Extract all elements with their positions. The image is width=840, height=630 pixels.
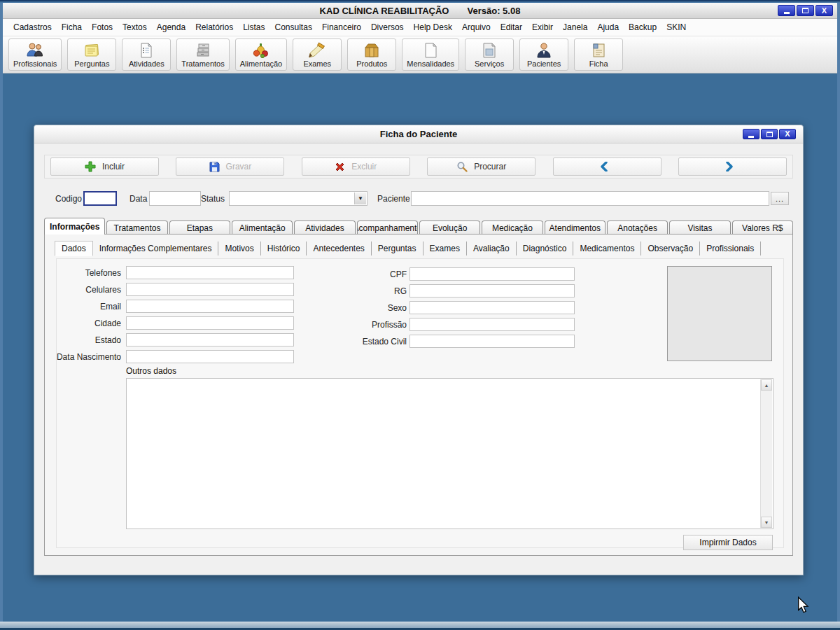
toolbar-button-produtos[interactable]: Produtos (347, 38, 396, 71)
sub-tab[interactable]: Profissionais (700, 241, 761, 255)
close-button[interactable]: X (816, 5, 833, 16)
estado-civil-field: Estado Civil (351, 335, 575, 349)
window-border-left (0, 3, 3, 622)
sub-tab[interactable]: Medicamentos (573, 241, 641, 255)
outros-dados-textarea[interactable]: ▲ ▼ (126, 378, 774, 529)
toolbar-button-tratamentos[interactable]: Tratamentos (176, 38, 229, 71)
rg-input[interactable] (410, 284, 575, 298)
paciente-browse-button[interactable]: ... (771, 192, 789, 205)
paciente-input[interactable] (411, 191, 769, 206)
menu-item[interactable]: Textos (118, 20, 152, 34)
scroll-down-icon[interactable]: ▼ (761, 517, 772, 528)
toolbar-button-mensalidades[interactable]: Mensalidades (402, 38, 459, 71)
codigo-label: Codigo (55, 194, 82, 204)
menu-item[interactable]: Ficha (57, 20, 87, 34)
main-tab[interactable]: Medicação (482, 220, 542, 234)
menu-item[interactable]: Editar (496, 20, 527, 34)
maximize-button[interactable] (797, 5, 814, 16)
main-tab[interactable]: Informações (44, 218, 105, 234)
minimize-button[interactable] (778, 5, 795, 16)
sexo-input[interactable] (410, 301, 575, 314)
cidade-input[interactable] (126, 316, 294, 330)
action-button-panel: Incluir Gravar Excluir Procurar (44, 155, 793, 178)
toolbar-button-exames[interactable]: Exames (293, 38, 342, 71)
paper-icon (423, 42, 438, 59)
dialog-close-button[interactable]: X (779, 129, 796, 139)
toolbar-button-alimentacao[interactable]: Alimentação (235, 38, 288, 71)
sub-tab[interactable]: Observação (641, 241, 700, 255)
main-tab[interactable]: Evolução (419, 220, 480, 234)
sub-tab[interactable]: Informações Complementares (93, 241, 219, 255)
dialog-title: Ficha do Paciente (380, 129, 458, 139)
main-tab[interactable]: Tratamentos (106, 220, 167, 234)
estado-label: Estado (95, 335, 121, 345)
menu-item[interactable]: Listas (238, 20, 270, 34)
data-input[interactable] (149, 191, 201, 206)
menu-item[interactable]: Ajuda (592, 20, 624, 34)
menu-item[interactable]: Cadastros (8, 20, 57, 34)
procurar-button[interactable]: Procurar (427, 158, 536, 176)
toolbar-button-profissionais[interactable]: Profissionais (8, 38, 62, 71)
data-nascimento-input[interactable] (126, 350, 294, 363)
next-record-button[interactable] (678, 158, 787, 176)
main-tab[interactable]: Anotações (607, 220, 668, 234)
main-tab[interactable]: Acompanhamento (357, 220, 418, 234)
profissao-input[interactable] (410, 318, 575, 331)
sub-tab[interactable]: Antecedentes (307, 241, 371, 255)
data-nascimento-field: Data Nascimento (57, 350, 295, 364)
rg-label: RG (394, 286, 407, 296)
toolbar-button-label: Serviços (475, 59, 504, 68)
sub-tab[interactable]: Avaliação (467, 241, 517, 255)
codigo-input[interactable] (83, 191, 117, 206)
email-input[interactable] (126, 300, 294, 313)
imprimir-dados-button[interactable]: Impirmir Dados (683, 535, 773, 550)
status-select[interactable]: ▼ (229, 191, 368, 206)
sub-tab[interactable]: Histórico (261, 241, 307, 255)
sub-tab[interactable]: Motivos (218, 241, 260, 255)
estado-civil-input[interactable] (410, 335, 575, 348)
chevron-right-icon (724, 162, 734, 172)
main-tab[interactable]: Valores R$ (732, 220, 793, 234)
main-tab[interactable]: Atividades (294, 220, 355, 234)
sub-tab[interactable]: Exames (424, 241, 467, 255)
main-tab[interactable]: Visitas (669, 220, 730, 234)
incluir-label: Incluir (102, 162, 125, 172)
menu-item[interactable]: Help Desk (409, 20, 457, 34)
menu-item[interactable]: Diversos (366, 20, 409, 34)
sub-tab[interactable]: Diagnóstico (517, 241, 574, 255)
menu-item[interactable]: Financeiro (317, 20, 366, 34)
toolbar-button-ficha[interactable]: Ficha (574, 38, 623, 71)
celulares-input[interactable] (126, 283, 294, 296)
menu-item[interactable]: Consultas (270, 20, 317, 34)
sub-tab[interactable]: Perguntas (372, 241, 424, 255)
menu-item[interactable]: Janela (558, 20, 592, 34)
menu-item[interactable]: Exibir (527, 20, 558, 34)
cpf-input[interactable] (410, 267, 575, 281)
menu-item[interactable]: Backup (624, 20, 662, 34)
dialog-maximize-button[interactable] (761, 129, 778, 139)
toolbar-button-pacientes[interactable]: Pacientes (519, 38, 568, 71)
main-tab[interactable]: Etapas (169, 220, 230, 234)
estado-input[interactable] (126, 333, 294, 346)
dialog-minimize-button[interactable] (743, 129, 760, 139)
gravar-button[interactable]: Gravar (176, 158, 284, 176)
toolbar-button-servicos[interactable]: Serviços (465, 38, 514, 71)
menu-item[interactable]: Arquivo (457, 20, 496, 34)
chevron-down-icon[interactable]: ▼ (354, 192, 366, 204)
menu-item[interactable]: Fotos (87, 20, 118, 34)
excluir-button[interactable]: Excluir (302, 158, 410, 176)
scroll-up-icon[interactable]: ▲ (761, 379, 772, 391)
menu-item[interactable]: SKIN (662, 20, 691, 34)
sub-tab[interactable]: Dados (55, 241, 93, 256)
menu-item[interactable]: Relatórios (190, 20, 238, 34)
incluir-button[interactable]: Incluir (50, 158, 159, 176)
toolbar-button-atividades[interactable]: Atividades (122, 38, 171, 71)
main-tab[interactable]: Atendimentos (545, 220, 606, 234)
previous-record-button[interactable] (553, 158, 662, 176)
cidade-field: Cidade (57, 316, 295, 330)
main-tab[interactable]: Alimentação (232, 220, 293, 234)
toolbar-button-perguntas[interactable]: Perguntas (67, 38, 116, 71)
menu-item[interactable]: Agenda (152, 20, 190, 34)
vertical-scrollbar[interactable]: ▲ ▼ (760, 379, 772, 528)
telefones-input[interactable] (126, 266, 294, 279)
